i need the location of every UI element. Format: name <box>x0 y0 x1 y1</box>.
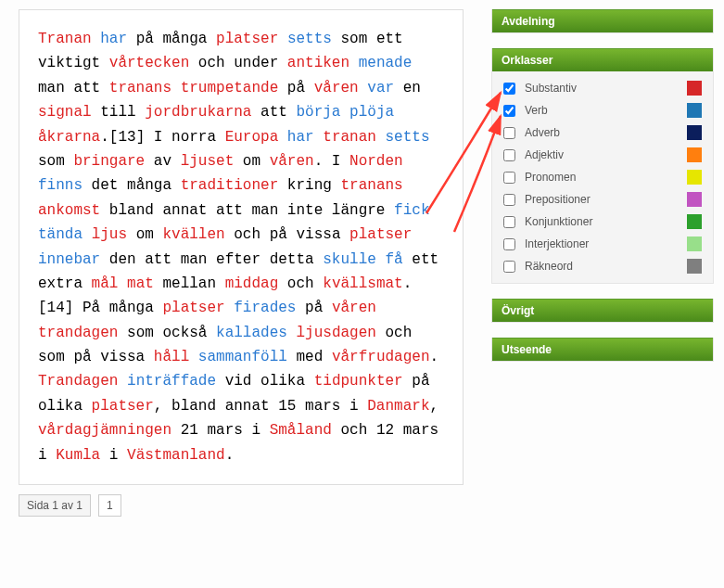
word-class-row: Verb <box>498 99 707 121</box>
panel-header-ovrigt[interactable]: Övrigt <box>492 299 713 322</box>
word-class-label: Verb <box>525 104 678 117</box>
word-class-label: Adverb <box>525 126 678 139</box>
word-class-checkbox[interactable] <box>503 238 515 250</box>
highlighted-text-panel: Tranan har på många platser setts som et… <box>19 9 464 485</box>
word-class-checkbox[interactable] <box>503 216 515 228</box>
word-class-row: Interjektioner <box>498 233 707 255</box>
panel-ovrigt: Övrigt <box>491 299 714 323</box>
color-swatch <box>687 103 702 118</box>
pager-page-1[interactable]: 1 <box>98 494 121 517</box>
word-class-row: Adverb <box>498 121 707 144</box>
word-class-label: Interjektioner <box>525 237 678 250</box>
word-class-label: Pronomen <box>525 171 678 184</box>
word-class-checkbox[interactable] <box>503 194 515 206</box>
panel-avdelning: Avdelning <box>491 9 714 33</box>
color-swatch <box>687 81 702 96</box>
panel-utseende: Utseende <box>491 338 714 362</box>
panel-header-avdelning[interactable]: Avdelning <box>492 9 713 32</box>
color-swatch <box>687 192 702 207</box>
panel-orklasser: Orklasser SubstantivVerbAdverbAdjektivPr… <box>491 48 714 284</box>
word-class-checkbox[interactable] <box>503 127 515 139</box>
panel-header-utseende[interactable]: Utseende <box>492 338 713 361</box>
color-swatch <box>687 236 702 251</box>
word-class-label: Prepositioner <box>525 193 678 206</box>
word-class-label: Konjunktioner <box>525 215 678 228</box>
color-swatch <box>687 125 702 140</box>
word-class-label: Substantiv <box>525 82 678 95</box>
pager: Sida 1 av 1 1 <box>19 494 464 517</box>
word-class-row: Konjunktioner <box>498 211 707 233</box>
word-class-row: Räkneord <box>498 255 707 277</box>
color-swatch <box>687 170 702 185</box>
color-swatch <box>687 259 702 274</box>
word-class-row: Pronomen <box>498 166 707 188</box>
word-class-checkbox[interactable] <box>503 83 515 95</box>
panel-header-orklasser[interactable]: Orklasser <box>492 48 713 71</box>
word-class-row: Adjektiv <box>498 144 707 166</box>
word-class-label: Räkneord <box>525 260 678 273</box>
word-class-checkbox[interactable] <box>503 105 515 117</box>
pager-status: Sida 1 av 1 <box>19 494 91 517</box>
word-class-label: Adjektiv <box>525 148 678 161</box>
word-class-checkbox[interactable] <box>503 172 515 184</box>
word-class-checkbox[interactable] <box>503 149 515 161</box>
word-class-row: Prepositioner <box>498 188 707 211</box>
word-class-list: SubstantivVerbAdverbAdjektivPronomenPrep… <box>492 71 713 283</box>
color-swatch <box>687 147 702 162</box>
word-class-checkbox[interactable] <box>503 261 515 273</box>
color-swatch <box>687 214 702 229</box>
word-class-row: Substantiv <box>498 77 707 99</box>
